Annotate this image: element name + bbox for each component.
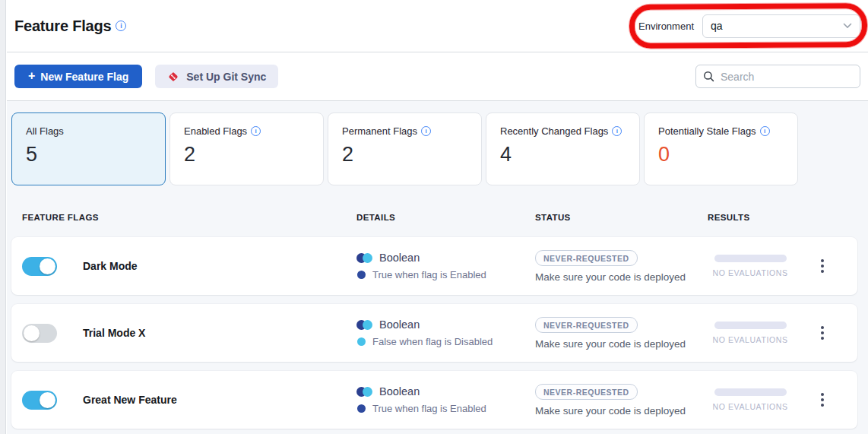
- toggle-knob: [40, 258, 55, 274]
- flag-name[interactable]: Dark Mode: [83, 260, 138, 272]
- stat-card-potentially-stale-flags[interactable]: Potentially Stale Flagsi 0: [644, 112, 798, 185]
- content-area: All Flags 5 Enabled Flagsi 2 Permanent F…: [7, 101, 868, 434]
- feature-flags-page: Feature Flags i Environment qa + New Fea…: [0, 0, 868, 434]
- results-placeholder-bar: [714, 255, 787, 262]
- search-box[interactable]: [695, 65, 860, 88]
- environment-group: Environment qa: [638, 14, 860, 38]
- status-text: Make sure your code is deployed: [535, 405, 708, 417]
- stat-value: 5: [26, 143, 153, 166]
- column-header-feature-flags: Feature Flags: [22, 213, 356, 222]
- flag-type: Boolean: [379, 252, 420, 264]
- toolbar: + New Feature Flag Set Up Git Sync: [7, 52, 868, 101]
- stat-card-enabled-flags[interactable]: Enabled Flagsi 2: [169, 112, 324, 185]
- info-icon[interactable]: i: [612, 126, 622, 136]
- environment-value: qa: [711, 20, 723, 32]
- page-header: Feature Flags i Environment qa: [7, 0, 868, 52]
- row-menu-kebab-icon[interactable]: [816, 322, 828, 344]
- git-icon: [167, 71, 179, 83]
- boolean-type-icon: [356, 387, 372, 397]
- stat-card-all-flags[interactable]: All Flags 5: [11, 112, 166, 185]
- new-feature-flag-button[interactable]: + New Feature Flag: [14, 65, 142, 88]
- table-row: Great New Feature Boolean True when flag…: [11, 371, 857, 429]
- flag-rows: Dark Mode Boolean True when flag is Enab…: [7, 237, 868, 429]
- status-badge: NEVER-REQUESTED: [535, 317, 638, 333]
- results-placeholder-bar: [714, 388, 787, 396]
- stat-card-permanent-flags[interactable]: Permanent Flagsi 2: [328, 112, 482, 185]
- stat-value: 4: [500, 143, 627, 166]
- search-input[interactable]: [721, 71, 853, 83]
- flag-type: Boolean: [379, 319, 420, 331]
- column-header-results: Results: [708, 213, 857, 222]
- row-menu-kebab-icon[interactable]: [816, 388, 828, 411]
- boolean-type-icon: [356, 320, 372, 330]
- setup-git-sync-button[interactable]: Set Up Git Sync: [155, 65, 278, 88]
- stat-value: 2: [184, 143, 311, 166]
- flag-detail: False when flag is Disabled: [372, 337, 493, 347]
- stat-label: Recently Changed Flags: [500, 125, 608, 137]
- table-row: Dark Mode Boolean True when flag is Enab…: [11, 237, 857, 295]
- environment-select[interactable]: qa: [702, 14, 860, 38]
- new-feature-flag-label: New Feature Flag: [40, 71, 128, 83]
- results-label: NO EVALUATIONS: [712, 402, 787, 411]
- page-title: Feature Flags: [14, 17, 111, 35]
- flag-detail: True when flag is Enabled: [372, 270, 486, 280]
- info-icon[interactable]: i: [421, 126, 431, 136]
- status-badge: NEVER-REQUESTED: [535, 250, 638, 266]
- flag-type: Boolean: [379, 386, 420, 398]
- stat-label: Potentially Stale Flags: [658, 125, 756, 137]
- flag-toggle[interactable]: [22, 391, 57, 410]
- stat-label: Permanent Flags: [342, 125, 417, 137]
- row-menu-kebab-icon[interactable]: [816, 255, 828, 277]
- stat-label: Enabled Flags: [184, 125, 247, 137]
- stat-label: All Flags: [26, 125, 64, 137]
- info-icon[interactable]: i: [116, 21, 126, 31]
- chevron-down-icon: [843, 23, 852, 29]
- value-bullet-icon: [357, 404, 366, 413]
- toggle-knob: [40, 392, 55, 408]
- environment-label: Environment: [638, 21, 694, 32]
- info-icon[interactable]: i: [760, 126, 770, 136]
- flag-name[interactable]: Trial Mode X: [83, 327, 145, 339]
- info-icon[interactable]: i: [251, 126, 261, 136]
- value-bullet-icon: [357, 271, 366, 279]
- column-header-details: Details: [356, 213, 535, 222]
- status-text: Make sure your code is deployed: [535, 338, 708, 350]
- table-row: Trial Mode X Boolean False when flag is …: [11, 304, 857, 362]
- setup-git-sync-label: Set Up Git Sync: [186, 71, 266, 83]
- flag-detail: True when flag is Enabled: [372, 404, 486, 413]
- stats-row: All Flags 5 Enabled Flagsi 2 Permanent F…: [7, 112, 868, 185]
- flag-toggle[interactable]: [22, 257, 57, 276]
- stat-value: 2: [342, 143, 469, 166]
- status-text: Make sure your code is deployed: [535, 271, 708, 283]
- results-placeholder-bar: [714, 322, 787, 329]
- results-label: NO EVALUATIONS: [712, 335, 787, 344]
- results-label: NO EVALUATIONS: [712, 268, 787, 277]
- flag-name[interactable]: Great New Feature: [83, 394, 177, 406]
- toggle-knob: [24, 325, 40, 341]
- plus-icon: +: [28, 69, 35, 83]
- table-header: Feature Flags Details Status Results: [7, 204, 868, 231]
- stat-card-recently-changed-flags[interactable]: Recently Changed Flagsi 4: [486, 112, 640, 185]
- flag-toggle[interactable]: [22, 324, 57, 343]
- stat-value: 0: [658, 143, 785, 166]
- boolean-type-icon: [356, 253, 372, 263]
- value-bullet-icon: [357, 337, 366, 346]
- column-header-status: Status: [535, 213, 708, 222]
- status-badge: NEVER-REQUESTED: [535, 384, 638, 400]
- search-icon: [703, 71, 714, 82]
- sidebar-edge: [0, 0, 6, 434]
